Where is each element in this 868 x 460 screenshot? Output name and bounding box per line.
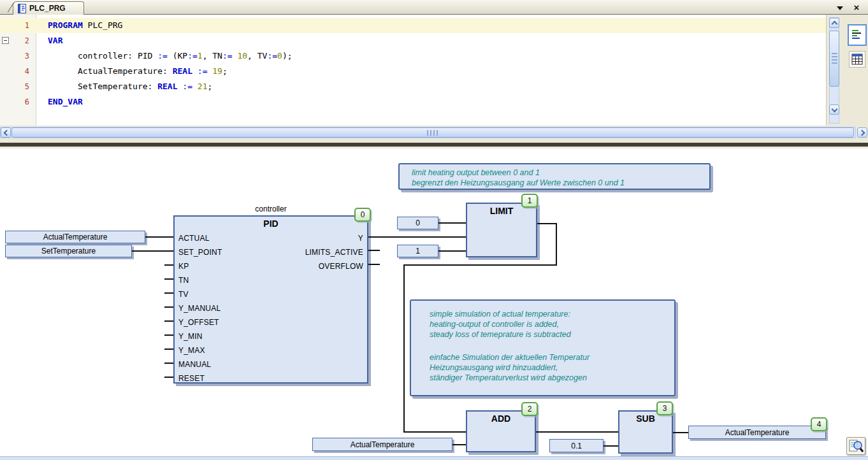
tab-label: PLC_PRG: [29, 4, 66, 13]
line-number: 4: [0, 64, 29, 79]
line-number: 3: [0, 48, 29, 64]
code-line-6[interactable]: 6 END_VAR: [0, 94, 826, 110]
input-box-set-temperature[interactable]: SetTemperature: [5, 245, 132, 257]
sub-exec-order-badge: 3: [656, 401, 673, 415]
output-box-actual-temperature[interactable]: ActualTemperature: [688, 426, 826, 439]
pid-input-y-manual: Y_MANUAL: [178, 303, 221, 313]
pid-block-title: PID: [175, 219, 367, 229]
code-line-1[interactable]: 1 PROGRAM PLC_PRG: [0, 18, 826, 33]
comment-line: begrenzt den Heizungsausgang auf Werte z…: [412, 178, 704, 188]
identifier: ActualTemperature:: [48, 66, 173, 76]
code-text: controller: PID := (KP:=1, TN:= 10, TV:=…: [48, 48, 293, 64]
chevron-up-icon: [831, 20, 837, 27]
chevron-right-icon: [858, 129, 865, 136]
operator: :=: [182, 82, 192, 91]
tab-plc-prg[interactable]: PLC_PRG: [13, 1, 84, 15]
identifier: controller: PID: [48, 51, 157, 61]
punctuation: ;: [207, 82, 212, 91]
wire-const1-to-limit: [438, 250, 466, 252]
wire-actualtemp2-to-add: [452, 444, 466, 445]
comment-line: ständiger Temperaturverlust wird abgezog…: [430, 373, 669, 383]
identifier: PLC_PRG: [83, 20, 123, 30]
pid-instance-name[interactable]: controller: [173, 205, 368, 213]
input-box-constant-1[interactable]: 1: [397, 245, 438, 257]
comment-limit[interactable]: limit heating output between 0 and 1 beg…: [398, 163, 711, 190]
limit-block[interactable]: LIMIT: [466, 203, 537, 257]
code-text: PROGRAM PLC_PRG: [48, 18, 122, 33]
scroll-right-button[interactable]: [857, 127, 867, 138]
add-block[interactable]: ADD: [466, 410, 536, 452]
view-mode-table-button[interactable]: [849, 51, 865, 68]
pid-output-stub-overflow: [368, 264, 380, 265]
wire-limit-out-h2: [403, 264, 557, 266]
scrollbar-grip: [427, 130, 438, 136]
input-box-constant-0-1[interactable]: 0.1: [549, 439, 604, 452]
wire-pid-y-to-limit: [368, 236, 466, 238]
output-exec-order-badge: 4: [811, 417, 827, 431]
line-number: 1: [0, 18, 29, 33]
code-line-2[interactable]: 2 VAR: [0, 33, 826, 48]
vertical-scrollbar-thumb[interactable]: [829, 31, 839, 87]
tab-list-dropdown-button[interactable]: [835, 4, 845, 12]
keyword: VAR: [48, 36, 62, 45]
tab-bar: [0, 0, 868, 15]
comment-line: einfache Simulation der aktuellen Temper…: [430, 352, 669, 363]
input-box-actual-temperature-2[interactable]: ActualTemperature: [312, 438, 452, 451]
wire-limit-out-v1: [556, 223, 557, 266]
pid-block[interactable]: PID ACTUAL SET_POINT KP TN TV Y_MANUAL Y…: [173, 215, 368, 384]
punctuation: );: [282, 51, 293, 61]
code-text: ActualTemperature: REAL := 19;: [48, 64, 228, 79]
code-line-3[interactable]: 3 controller: PID := (KP:=1, TN:= 10, TV…: [0, 48, 826, 64]
wire-actualtemp-to-pid: [145, 236, 173, 238]
diagram-zoom-button[interactable]: [846, 437, 865, 455]
horizontal-scrollbar-thumb[interactable]: [11, 127, 854, 138]
scroll-left-button[interactable]: [1, 127, 11, 138]
pid-input-manual: MANUAL: [178, 359, 211, 370]
identifier: , TV: [247, 51, 267, 61]
input-box-constant-0[interactable]: 0: [397, 217, 438, 229]
comment-spacer: [430, 340, 669, 352]
view-mode-declaration-button[interactable]: [848, 24, 867, 46]
input-box-actual-temperature[interactable]: ActualTemperature: [5, 231, 145, 243]
pid-input-stub: [164, 334, 173, 336]
close-icon: ×: [854, 3, 860, 12]
pid-output-limits-active: LIMITS_ACTIVE: [305, 247, 363, 257]
number-literal: 21: [198, 82, 208, 91]
wire-limit-out-h1: [537, 223, 557, 224]
code-line-4[interactable]: 4 ActualTemperature: REAL := 19;: [0, 64, 826, 79]
code-fold-toggle[interactable]: [2, 37, 9, 44]
code-text: SetTemperature: REAL := 21;: [48, 79, 212, 94]
comment-line: heating-output of controller is added,: [430, 319, 669, 329]
comment-line: Heizungsausgang wird hinzuaddiert,: [430, 363, 669, 373]
pid-input-kp: KP: [178, 261, 189, 271]
code-line-5[interactable]: 5 SetTemperature: REAL := 21;: [0, 79, 826, 94]
pid-input-actual: ACTUAL: [178, 233, 210, 243]
number-literal: 0: [277, 51, 282, 61]
comment-line: limit heating output between 0 and 1: [412, 168, 704, 178]
sub-block[interactable]: SUB: [618, 410, 673, 454]
comment-simulation[interactable]: simple simulation of actual temperature:…: [410, 299, 676, 396]
punctuation: ;: [222, 66, 228, 76]
pou-document-icon: [18, 4, 26, 13]
pid-input-tv: TV: [178, 289, 189, 299]
diagram-bottom-scroll-strip[interactable]: [0, 456, 868, 460]
operator: :=: [157, 51, 168, 61]
keyword: REAL: [173, 66, 192, 76]
pid-input-y-min: Y_MIN: [178, 331, 203, 341]
operator: :=: [222, 51, 233, 61]
operator: :=: [198, 66, 208, 76]
chevron-left-icon: [3, 129, 10, 136]
chevron-down-icon: [837, 6, 843, 10]
pid-input-reset: RESET: [178, 373, 205, 384]
close-button[interactable]: ×: [850, 2, 863, 13]
scroll-down-button[interactable]: [829, 104, 839, 115]
magnifier-document-icon: [848, 438, 864, 454]
keyword: END_VAR: [48, 97, 83, 106]
keyword: REAL: [157, 82, 177, 91]
operator: :=: [267, 51, 277, 61]
pid-input-y-max: Y_MAX: [178, 345, 205, 356]
pid-output-y: Y: [358, 233, 363, 243]
scroll-up-button[interactable]: [829, 18, 839, 28]
keyword: PROGRAM: [48, 20, 83, 30]
wire-add-to-sub: [536, 431, 618, 433]
